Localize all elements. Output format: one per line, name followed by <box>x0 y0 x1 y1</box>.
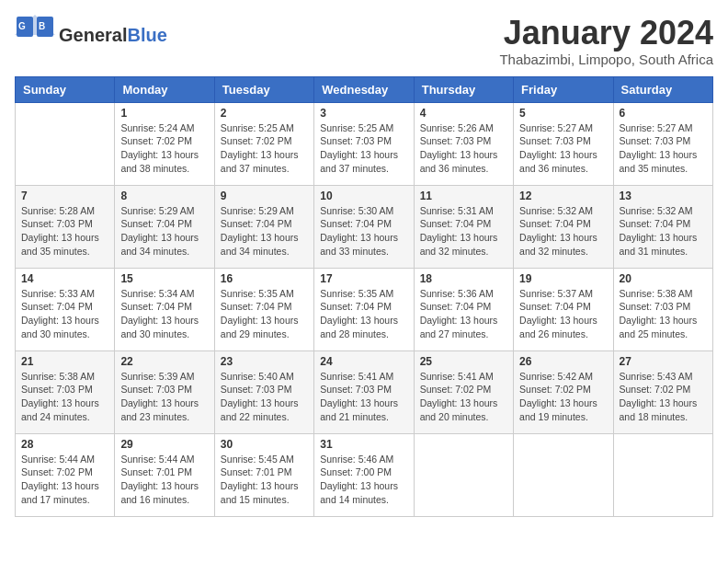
day-number: 18 <box>420 272 507 285</box>
day-cell: 14Sunrise: 5:33 AMSunset: 7:04 PMDayligh… <box>16 268 115 350</box>
day-number: 31 <box>320 438 407 451</box>
week-row-3: 14Sunrise: 5:33 AMSunset: 7:04 PMDayligh… <box>16 268 713 350</box>
logo-blue: Blue <box>127 25 166 45</box>
day-details: Sunrise: 5:42 AMSunset: 7:02 PMDaylight:… <box>519 370 607 424</box>
day-details: Sunrise: 5:44 AMSunset: 7:01 PMDaylight:… <box>120 453 208 507</box>
day-details: Sunrise: 5:25 AMSunset: 7:02 PMDaylight:… <box>221 121 308 176</box>
day-number: 9 <box>221 190 308 202</box>
day-number: 28 <box>21 438 108 451</box>
day-details: Sunrise: 5:43 AMSunset: 7:02 PMDaylight:… <box>620 370 707 424</box>
day-cell: 20Sunrise: 5:38 AMSunset: 7:03 PMDayligh… <box>613 268 712 350</box>
day-cell: 15Sunrise: 5:34 AMSunset: 7:04 PMDayligh… <box>115 268 214 350</box>
header-day-sunday: Sunday <box>16 76 115 102</box>
svg-text:B: B <box>39 21 45 31</box>
day-number: 3 <box>320 107 407 120</box>
day-details: Sunrise: 5:40 AMSunset: 7:03 PMDaylight:… <box>221 370 308 424</box>
title-area: January 2024 Thabazimbi, Limpopo, South … <box>499 15 713 67</box>
day-number: 14 <box>21 272 108 285</box>
day-details: Sunrise: 5:28 AMSunset: 7:03 PMDaylight:… <box>21 204 108 259</box>
day-cell: 16Sunrise: 5:35 AMSunset: 7:04 PMDayligh… <box>214 268 313 350</box>
day-cell: 27Sunrise: 5:43 AMSunset: 7:02 PMDayligh… <box>613 350 712 433</box>
header-day-saturday: Saturday <box>613 76 712 102</box>
day-number: 25 <box>420 355 507 368</box>
logo-icon: G B <box>15 15 55 55</box>
day-number: 24 <box>320 355 407 368</box>
day-details: Sunrise: 5:24 AMSunset: 7:02 PMDaylight:… <box>120 121 208 176</box>
week-row-4: 21Sunrise: 5:38 AMSunset: 7:03 PMDayligh… <box>16 350 713 433</box>
day-number: 20 <box>620 272 707 285</box>
week-row-5: 28Sunrise: 5:44 AMSunset: 7:02 PMDayligh… <box>16 433 713 516</box>
logo-general: General <box>59 25 127 45</box>
day-number: 26 <box>519 355 607 368</box>
day-number: 10 <box>320 190 407 202</box>
day-number: 5 <box>519 107 607 120</box>
day-cell: 29Sunrise: 5:44 AMSunset: 7:01 PMDayligh… <box>115 433 214 516</box>
day-details: Sunrise: 5:41 AMSunset: 7:03 PMDaylight:… <box>320 370 407 424</box>
day-number: 17 <box>320 272 407 285</box>
day-cell: 7Sunrise: 5:28 AMSunset: 7:03 PMDaylight… <box>16 185 115 268</box>
day-details: Sunrise: 5:26 AMSunset: 7:03 PMDaylight:… <box>420 121 507 176</box>
day-cell: 8Sunrise: 5:29 AMSunset: 7:04 PMDaylight… <box>115 185 214 268</box>
day-details: Sunrise: 5:27 AMSunset: 7:03 PMDaylight:… <box>620 121 707 176</box>
day-cell: 24Sunrise: 5:41 AMSunset: 7:03 PMDayligh… <box>314 350 414 433</box>
day-number: 2 <box>221 107 308 120</box>
day-details: Sunrise: 5:41 AMSunset: 7:02 PMDaylight:… <box>420 370 507 424</box>
day-cell: 17Sunrise: 5:35 AMSunset: 7:04 PMDayligh… <box>314 268 414 350</box>
day-details: Sunrise: 5:45 AMSunset: 7:01 PMDaylight:… <box>221 453 308 507</box>
day-number: 6 <box>620 107 707 120</box>
day-details: Sunrise: 5:32 AMSunset: 7:04 PMDaylight:… <box>620 204 707 259</box>
week-row-2: 7Sunrise: 5:28 AMSunset: 7:03 PMDaylight… <box>16 185 713 268</box>
calendar-table: SundayMondayTuesdayWednesdayThursdayFrid… <box>15 76 713 517</box>
day-details: Sunrise: 5:31 AMSunset: 7:04 PMDaylight:… <box>420 204 507 259</box>
logo: G B GeneralBlue <box>15 15 167 55</box>
header-day-friday: Friday <box>514 76 613 102</box>
day-details: Sunrise: 5:25 AMSunset: 7:03 PMDaylight:… <box>320 121 407 176</box>
day-number: 23 <box>221 355 308 368</box>
day-cell: 22Sunrise: 5:39 AMSunset: 7:03 PMDayligh… <box>115 350 214 433</box>
svg-text:G: G <box>18 21 26 31</box>
day-cell: 4Sunrise: 5:26 AMSunset: 7:03 PMDaylight… <box>414 102 513 185</box>
header-day-wednesday: Wednesday <box>314 76 414 102</box>
day-details: Sunrise: 5:35 AMSunset: 7:04 PMDaylight:… <box>320 287 407 341</box>
day-cell <box>613 433 712 516</box>
logo-text: GeneralBlue <box>59 26 167 44</box>
day-cell <box>414 433 513 516</box>
header-day-monday: Monday <box>115 76 214 102</box>
day-number: 7 <box>21 190 108 202</box>
day-details: Sunrise: 5:34 AMSunset: 7:04 PMDaylight:… <box>120 287 208 341</box>
day-cell: 19Sunrise: 5:37 AMSunset: 7:04 PMDayligh… <box>514 268 613 350</box>
day-cell: 10Sunrise: 5:30 AMSunset: 7:04 PMDayligh… <box>314 185 414 268</box>
day-cell: 18Sunrise: 5:36 AMSunset: 7:04 PMDayligh… <box>414 268 513 350</box>
day-cell: 26Sunrise: 5:42 AMSunset: 7:02 PMDayligh… <box>514 350 613 433</box>
day-number: 8 <box>120 190 208 202</box>
day-cell: 11Sunrise: 5:31 AMSunset: 7:04 PMDayligh… <box>414 185 513 268</box>
day-number: 27 <box>620 355 707 368</box>
day-cell: 12Sunrise: 5:32 AMSunset: 7:04 PMDayligh… <box>514 185 613 268</box>
day-number: 15 <box>120 272 208 285</box>
day-details: Sunrise: 5:46 AMSunset: 7:00 PMDaylight:… <box>320 453 407 507</box>
day-number: 19 <box>519 272 607 285</box>
day-details: Sunrise: 5:39 AMSunset: 7:03 PMDaylight:… <box>120 370 208 424</box>
header-row: SundayMondayTuesdayWednesdayThursdayFrid… <box>16 76 713 102</box>
day-details: Sunrise: 5:44 AMSunset: 7:02 PMDaylight:… <box>21 453 108 507</box>
day-number: 29 <box>120 438 208 451</box>
day-cell: 5Sunrise: 5:27 AMSunset: 7:03 PMDaylight… <box>514 102 613 185</box>
day-details: Sunrise: 5:38 AMSunset: 7:03 PMDaylight:… <box>21 370 108 424</box>
day-number: 21 <box>21 355 108 368</box>
day-details: Sunrise: 5:35 AMSunset: 7:04 PMDaylight:… <box>221 287 308 341</box>
day-cell: 13Sunrise: 5:32 AMSunset: 7:04 PMDayligh… <box>613 185 712 268</box>
calendar-header: SundayMondayTuesdayWednesdayThursdayFrid… <box>16 76 713 102</box>
calendar-body: 1Sunrise: 5:24 AMSunset: 7:02 PMDaylight… <box>16 102 713 516</box>
day-number: 22 <box>120 355 208 368</box>
day-cell: 25Sunrise: 5:41 AMSunset: 7:02 PMDayligh… <box>414 350 513 433</box>
day-number: 16 <box>221 272 308 285</box>
month-year-title: January 2024 <box>499 15 713 52</box>
header-day-thursday: Thursday <box>414 76 513 102</box>
day-cell: 21Sunrise: 5:38 AMSunset: 7:03 PMDayligh… <box>16 350 115 433</box>
day-details: Sunrise: 5:37 AMSunset: 7:04 PMDaylight:… <box>519 287 607 341</box>
day-details: Sunrise: 5:32 AMSunset: 7:04 PMDaylight:… <box>519 204 607 259</box>
day-cell: 2Sunrise: 5:25 AMSunset: 7:02 PMDaylight… <box>214 102 313 185</box>
day-details: Sunrise: 5:30 AMSunset: 7:04 PMDaylight:… <box>320 204 407 259</box>
day-number: 1 <box>120 107 208 120</box>
day-cell: 9Sunrise: 5:29 AMSunset: 7:04 PMDaylight… <box>214 185 313 268</box>
